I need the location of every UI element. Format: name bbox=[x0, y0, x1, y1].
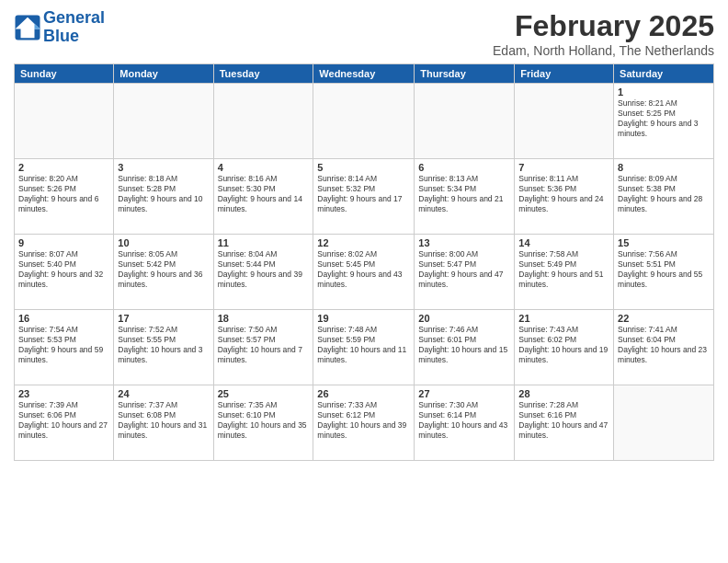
day-info: Sunrise: 8:20 AM Sunset: 5:26 PM Dayligh… bbox=[18, 174, 109, 214]
calendar-cell bbox=[515, 84, 614, 159]
calendar-cell: 7Sunrise: 8:11 AM Sunset: 5:36 PM Daylig… bbox=[515, 159, 614, 235]
day-info: Sunrise: 8:16 AM Sunset: 5:30 PM Dayligh… bbox=[218, 174, 310, 214]
calendar-cell: 3Sunrise: 8:18 AM Sunset: 5:28 PM Daylig… bbox=[114, 159, 213, 235]
calendar-cell: 16Sunrise: 7:54 AM Sunset: 5:53 PM Dayli… bbox=[15, 310, 114, 385]
day-info: Sunrise: 7:33 AM Sunset: 6:12 PM Dayligh… bbox=[317, 400, 410, 441]
calendar-cell: 21Sunrise: 7:43 AM Sunset: 6:02 PM Dayli… bbox=[515, 310, 614, 385]
day-number: 22 bbox=[618, 313, 710, 324]
calendar-cell bbox=[15, 84, 114, 159]
calendar-cell: 28Sunrise: 7:28 AM Sunset: 6:16 PM Dayli… bbox=[515, 385, 614, 461]
day-info: Sunrise: 7:39 AM Sunset: 6:06 PM Dayligh… bbox=[18, 400, 109, 441]
day-number: 21 bbox=[518, 313, 609, 324]
calendar-cell bbox=[114, 84, 213, 159]
day-info: Sunrise: 7:52 AM Sunset: 5:55 PM Dayligh… bbox=[118, 325, 209, 365]
calendar-cell: 6Sunrise: 8:13 AM Sunset: 5:34 PM Daylig… bbox=[415, 159, 515, 235]
calendar-cell bbox=[313, 84, 415, 159]
calendar-cell: 4Sunrise: 8:16 AM Sunset: 5:30 PM Daylig… bbox=[213, 159, 313, 235]
calendar-cell: 1Sunrise: 8:21 AM Sunset: 5:25 PM Daylig… bbox=[614, 84, 714, 159]
day-number: 9 bbox=[18, 237, 109, 248]
day-number: 10 bbox=[118, 237, 209, 248]
day-number: 14 bbox=[518, 237, 609, 248]
day-info: Sunrise: 7:41 AM Sunset: 6:04 PM Dayligh… bbox=[618, 325, 710, 365]
day-number: 26 bbox=[317, 388, 410, 399]
logo-blue: Blue bbox=[43, 27, 79, 45]
day-number: 12 bbox=[317, 237, 410, 248]
calendar-cell: 27Sunrise: 7:30 AM Sunset: 6:14 PM Dayli… bbox=[415, 385, 515, 461]
day-info: Sunrise: 8:13 AM Sunset: 5:34 PM Dayligh… bbox=[418, 174, 510, 214]
logo-text: General Blue bbox=[43, 9, 105, 46]
calendar-cell: 19Sunrise: 7:48 AM Sunset: 5:59 PM Dayli… bbox=[313, 310, 415, 385]
calendar-cell bbox=[213, 84, 313, 159]
day-info: Sunrise: 8:04 AM Sunset: 5:44 PM Dayligh… bbox=[218, 249, 310, 290]
calendar-cell: 8Sunrise: 8:09 AM Sunset: 5:38 PM Daylig… bbox=[614, 159, 714, 235]
col-tuesday: Tuesday bbox=[213, 64, 313, 84]
day-number: 5 bbox=[317, 162, 410, 173]
calendar-cell: 10Sunrise: 8:05 AM Sunset: 5:42 PM Dayli… bbox=[114, 235, 213, 310]
day-number: 4 bbox=[218, 162, 310, 173]
logo-general: General bbox=[43, 8, 105, 27]
day-info: Sunrise: 7:43 AM Sunset: 6:02 PM Dayligh… bbox=[518, 325, 609, 365]
calendar-week-1: 1Sunrise: 8:21 AM Sunset: 5:25 PM Daylig… bbox=[15, 84, 714, 159]
day-info: Sunrise: 7:46 AM Sunset: 6:01 PM Dayligh… bbox=[418, 325, 510, 365]
logo: General Blue bbox=[14, 9, 105, 46]
calendar-cell bbox=[415, 84, 515, 159]
calendar-cell: 18Sunrise: 7:50 AM Sunset: 5:57 PM Dayli… bbox=[213, 310, 313, 385]
day-info: Sunrise: 8:21 AM Sunset: 5:25 PM Dayligh… bbox=[618, 98, 710, 139]
col-thursday: Thursday bbox=[415, 64, 515, 84]
day-number: 11 bbox=[218, 237, 310, 248]
day-info: Sunrise: 7:37 AM Sunset: 6:08 PM Dayligh… bbox=[118, 400, 209, 441]
day-info: Sunrise: 8:09 AM Sunset: 5:38 PM Dayligh… bbox=[618, 174, 710, 214]
logo-icon bbox=[14, 14, 41, 41]
calendar-week-5: 23Sunrise: 7:39 AM Sunset: 6:06 PM Dayli… bbox=[15, 385, 714, 461]
day-info: Sunrise: 8:05 AM Sunset: 5:42 PM Dayligh… bbox=[118, 249, 209, 290]
calendar-header-row: Sunday Monday Tuesday Wednesday Thursday… bbox=[15, 64, 714, 84]
day-number: 15 bbox=[618, 237, 710, 248]
day-number: 8 bbox=[618, 162, 710, 173]
calendar-cell: 12Sunrise: 8:02 AM Sunset: 5:45 PM Dayli… bbox=[313, 235, 415, 310]
day-info: Sunrise: 7:30 AM Sunset: 6:14 PM Dayligh… bbox=[418, 400, 510, 441]
day-number: 28 bbox=[518, 388, 609, 399]
day-info: Sunrise: 7:50 AM Sunset: 5:57 PM Dayligh… bbox=[218, 325, 310, 365]
day-number: 20 bbox=[418, 313, 510, 324]
calendar-cell: 26Sunrise: 7:33 AM Sunset: 6:12 PM Dayli… bbox=[313, 385, 415, 461]
day-info: Sunrise: 8:18 AM Sunset: 5:28 PM Dayligh… bbox=[118, 174, 209, 214]
day-info: Sunrise: 7:35 AM Sunset: 6:10 PM Dayligh… bbox=[218, 400, 310, 441]
day-info: Sunrise: 7:56 AM Sunset: 5:51 PM Dayligh… bbox=[618, 249, 710, 290]
day-info: Sunrise: 8:11 AM Sunset: 5:36 PM Dayligh… bbox=[518, 174, 609, 214]
calendar-cell: 15Sunrise: 7:56 AM Sunset: 5:51 PM Dayli… bbox=[614, 235, 714, 310]
calendar-cell: 13Sunrise: 8:00 AM Sunset: 5:47 PM Dayli… bbox=[415, 235, 515, 310]
calendar-cell bbox=[614, 385, 714, 461]
calendar-cell: 25Sunrise: 7:35 AM Sunset: 6:10 PM Dayli… bbox=[213, 385, 313, 461]
page: General Blue February 2025 Edam, North H… bbox=[0, 0, 728, 563]
day-number: 6 bbox=[418, 162, 510, 173]
day-number: 7 bbox=[518, 162, 609, 173]
calendar-week-2: 2Sunrise: 8:20 AM Sunset: 5:26 PM Daylig… bbox=[15, 159, 714, 235]
day-number: 13 bbox=[418, 237, 510, 248]
calendar-cell: 11Sunrise: 8:04 AM Sunset: 5:44 PM Dayli… bbox=[213, 235, 313, 310]
day-info: Sunrise: 7:48 AM Sunset: 5:59 PM Dayligh… bbox=[317, 325, 410, 365]
day-number: 23 bbox=[18, 388, 109, 399]
day-number: 18 bbox=[218, 313, 310, 324]
calendar-cell: 22Sunrise: 7:41 AM Sunset: 6:04 PM Dayli… bbox=[614, 310, 714, 385]
header: General Blue February 2025 Edam, North H… bbox=[14, 9, 714, 58]
day-number: 24 bbox=[118, 388, 209, 399]
calendar: Sunday Monday Tuesday Wednesday Thursday… bbox=[14, 63, 714, 461]
day-number: 27 bbox=[418, 388, 510, 399]
calendar-week-4: 16Sunrise: 7:54 AM Sunset: 5:53 PM Dayli… bbox=[15, 310, 714, 385]
calendar-cell: 17Sunrise: 7:52 AM Sunset: 5:55 PM Dayli… bbox=[114, 310, 213, 385]
day-info: Sunrise: 8:14 AM Sunset: 5:32 PM Dayligh… bbox=[317, 174, 410, 214]
day-number: 2 bbox=[18, 162, 109, 173]
calendar-cell: 5Sunrise: 8:14 AM Sunset: 5:32 PM Daylig… bbox=[313, 159, 415, 235]
month-title: February 2025 bbox=[493, 9, 714, 43]
calendar-cell: 23Sunrise: 7:39 AM Sunset: 6:06 PM Dayli… bbox=[15, 385, 114, 461]
col-saturday: Saturday bbox=[614, 64, 714, 84]
title-block: February 2025 Edam, North Holland, The N… bbox=[493, 9, 714, 58]
calendar-cell: 20Sunrise: 7:46 AM Sunset: 6:01 PM Dayli… bbox=[415, 310, 515, 385]
day-number: 1 bbox=[618, 86, 710, 98]
day-number: 16 bbox=[18, 313, 109, 324]
col-monday: Monday bbox=[114, 64, 213, 84]
calendar-cell: 24Sunrise: 7:37 AM Sunset: 6:08 PM Dayli… bbox=[114, 385, 213, 461]
day-number: 3 bbox=[118, 162, 209, 173]
calendar-week-3: 9Sunrise: 8:07 AM Sunset: 5:40 PM Daylig… bbox=[15, 235, 714, 310]
day-info: Sunrise: 8:02 AM Sunset: 5:45 PM Dayligh… bbox=[317, 249, 410, 290]
